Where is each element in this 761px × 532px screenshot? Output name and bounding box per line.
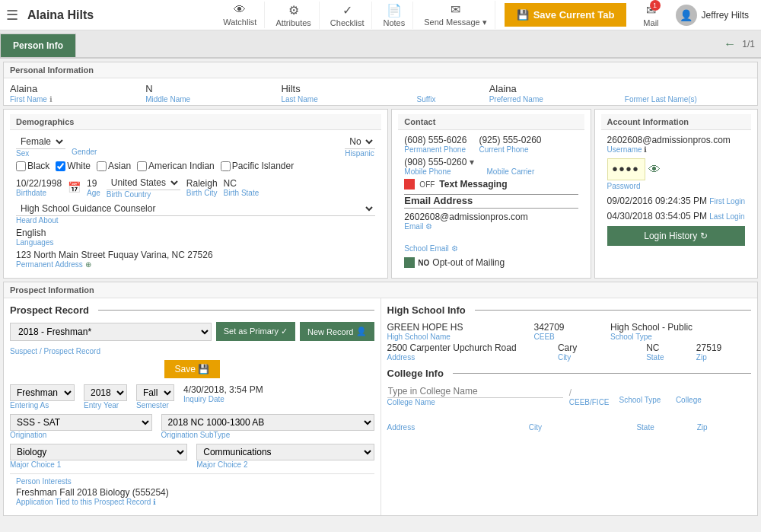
- prospect-record-select[interactable]: 2018 - Freshman*: [10, 323, 212, 341]
- user-avatar: 👤: [676, 5, 697, 26]
- white-checkbox-input[interactable]: [56, 161, 65, 171]
- mobile-dropdown-icon[interactable]: ▾: [470, 157, 474, 167]
- race-asian-checkbox[interactable]: Asian: [97, 161, 131, 171]
- preferred-name-label: Preferred Name: [489, 95, 616, 104]
- hs-name-row: GREEN HOPE HS High School Name 342709 CE…: [387, 322, 752, 341]
- major1-select[interactable]: Biology: [10, 444, 187, 460]
- semester-label: Semester: [136, 401, 174, 409]
- college-name-field: College Name: [387, 385, 563, 406]
- heard-about-select[interactable]: High School Guidance Counselor: [16, 202, 375, 216]
- american-indian-label: American Indian: [148, 161, 215, 171]
- origination-select[interactable]: SSS - SAT: [10, 414, 152, 431]
- former-last-name-label: Former Last Name(s): [625, 95, 751, 104]
- new-record-button[interactable]: New Record 👤: [300, 322, 374, 341]
- app-info-icon[interactable]: ℹ: [153, 498, 156, 506]
- major1-label: Major Choice 1: [10, 460, 187, 469]
- ceeb-label: CEEB: [534, 333, 605, 341]
- send-message-button[interactable]: ✉ Send Message ▾: [416, 1, 495, 29]
- history-icon: ↻: [700, 231, 708, 241]
- perm-phone-value: (608) 555-6026: [404, 135, 466, 145]
- notes-icon: 📄: [387, 3, 402, 18]
- username-info-icon: ℹ: [644, 145, 647, 154]
- perm-phone-label: Permanent Phone: [404, 145, 466, 154]
- contact-title: Contact: [398, 114, 584, 130]
- current-phone-field: (925) 555-0260 Current Phone: [479, 135, 541, 154]
- set-as-primary-button[interactable]: Set as Primary ✓: [216, 322, 295, 341]
- race-black-checkbox[interactable]: Black: [16, 161, 49, 171]
- first-name-value: Alaina: [10, 83, 136, 94]
- checklist-button[interactable]: ✓ Checklist: [323, 2, 373, 29]
- orig-subtype-label: Origination SubType: [161, 431, 374, 439]
- notes-button[interactable]: 📄 Notes: [375, 2, 413, 29]
- hs-state-label: State: [646, 353, 690, 362]
- attributes-button[interactable]: ⚙ Attributes: [268, 2, 319, 29]
- user-menu[interactable]: 👤 Jeffrey Hilts: [670, 2, 755, 29]
- save-button[interactable]: Save 💾: [164, 360, 220, 378]
- tab-back-arrow[interactable]: ←: [724, 37, 736, 51]
- opt-out-label: Opt-out of Mailing: [432, 257, 505, 268]
- hs-city-field: Cary City: [558, 342, 640, 362]
- american-indian-checkbox-input[interactable]: [137, 161, 147, 171]
- former-last-name-field: Former Last Name(s): [625, 83, 751, 104]
- race-american-indian-checkbox[interactable]: American Indian: [137, 161, 215, 171]
- hs-address-label: Address: [387, 353, 552, 362]
- ceeb-slash: /: [569, 387, 613, 398]
- hispanic-select[interactable]: No: [345, 135, 375, 149]
- orig-subtype-select[interactable]: 2018 NC 1000-1300 AB: [161, 414, 374, 431]
- race-white-checkbox[interactable]: White: [56, 161, 91, 171]
- address-value: 123 North Main Street Fuquay Varina, NC …: [16, 250, 375, 260]
- calendar-icon[interactable]: 📅: [68, 181, 81, 193]
- person-interests-label: Person Interests: [16, 477, 368, 486]
- current-phone-label: Current Phone: [479, 145, 541, 154]
- save-row: Save 💾: [10, 360, 374, 378]
- address-label: Permanent Address ⊕: [16, 260, 375, 269]
- middle-name-value: N: [145, 83, 272, 94]
- college-name-input[interactable]: [387, 385, 563, 398]
- mail-button[interactable]: 1 ✉ Mail: [635, 2, 666, 29]
- asian-checkbox-input[interactable]: [97, 161, 107, 171]
- entering-as-select[interactable]: Freshman: [10, 384, 75, 401]
- password-field: •••• 👁 Password: [607, 158, 745, 191]
- sex-select[interactable]: Female: [16, 135, 65, 149]
- spacer: [663, 396, 676, 404]
- login-history-button[interactable]: Login History ↻: [607, 226, 745, 246]
- mobile-phone-value: (908) 555-0260: [404, 157, 466, 167]
- asian-label: Asian: [108, 161, 131, 171]
- tab-person-info[interactable]: Person Info: [0, 33, 76, 57]
- major1-field: Biology Major Choice 1: [10, 444, 187, 469]
- hs-city-value: Cary: [558, 342, 640, 353]
- last-login-value: 04/30/2018 03:54:05 PM: [607, 211, 707, 221]
- birthdate-label: Birthdate: [16, 189, 62, 197]
- last-login-field: 04/30/2018 03:54:05 PM Last Login: [607, 211, 745, 221]
- username-label: Username ℹ: [607, 145, 745, 154]
- watchlist-button[interactable]: 👁 Watchlist: [215, 2, 265, 28]
- heard-about-field: High School Guidance Counselor Heard Abo…: [16, 202, 375, 225]
- major2-select[interactable]: Communications: [196, 444, 374, 460]
- entry-year-select[interactable]: 2018: [84, 384, 127, 401]
- pacific-islander-checkbox-input[interactable]: [221, 161, 231, 171]
- semester-select[interactable]: Fall: [136, 384, 174, 401]
- school-email-settings-icon[interactable]: ⚙: [451, 244, 458, 253]
- menu-icon[interactable]: ☰: [6, 7, 18, 24]
- age-field: 19 Age: [87, 178, 100, 197]
- school-email-label: School Email ⚙: [404, 244, 578, 253]
- school-type-value: High School - Public: [610, 322, 751, 333]
- tab-bar: Person Info ← 1/1: [0, 30, 761, 59]
- save-tab-button[interactable]: 💾 Save Current Tab: [505, 3, 627, 27]
- languages-label: Languages: [16, 238, 375, 247]
- inline-fields-row1: Freshman Entering As 2018 Entry Year Fal…: [10, 384, 374, 409]
- password-row: •••• 👁: [607, 158, 745, 180]
- save-icon: 💾: [517, 9, 529, 21]
- email-settings-icon[interactable]: ⚙: [425, 222, 432, 231]
- current-phone-value: (925) 555-0260: [479, 135, 541, 145]
- opt-out-no-indicator: [404, 257, 415, 268]
- record-sublabel: Suspect / Prospect Record: [10, 347, 374, 355]
- birth-country-select[interactable]: United States: [107, 176, 180, 190]
- race-pacific-islander-checkbox[interactable]: Pacific Islander: [221, 161, 294, 171]
- former-last-name-value: [625, 83, 751, 94]
- show-password-icon[interactable]: 👁: [648, 163, 661, 177]
- black-checkbox-input[interactable]: [16, 161, 26, 171]
- hs-address-row: 2500 Carpenter Upchurch Road Address Car…: [387, 342, 752, 362]
- hs-zip-field: 27519 Zip: [696, 342, 751, 362]
- hs-address-value: 2500 Carpenter Upchurch Road: [387, 342, 552, 353]
